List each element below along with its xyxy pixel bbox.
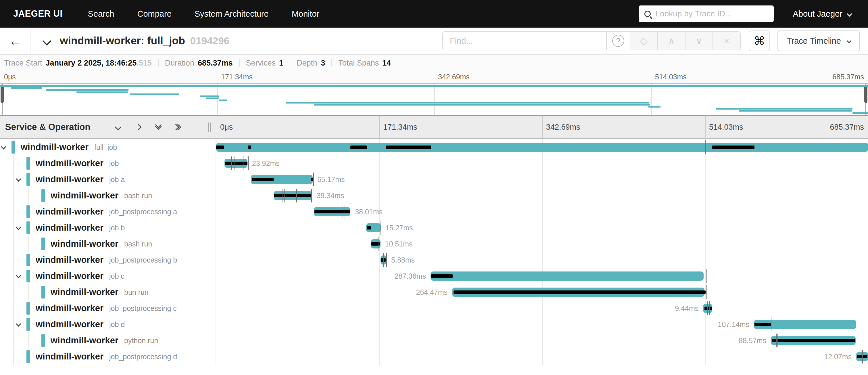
span-name-row[interactable]: windmill-workerbash run — [0, 236, 216, 252]
back-button[interactable]: ← — [0, 28, 31, 54]
minimap-gridline — [434, 84, 435, 115]
service-color-bar — [26, 254, 30, 266]
nav-item-search[interactable]: Search — [88, 9, 114, 19]
help-icon: ? — [612, 35, 624, 47]
minimap-span-bar — [206, 97, 219, 99]
span-name-row[interactable]: windmill-workerbun run — [0, 284, 216, 300]
prev-match-button[interactable]: ∧ — [658, 31, 685, 50]
trace-header-collapse-toggle[interactable] — [44, 38, 50, 46]
chevron-down-icon — [42, 36, 51, 46]
span-gantt-row[interactable]: 5.88ms — [216, 252, 868, 268]
span-gantt-row[interactable]: 65.17ms — [216, 171, 868, 188]
clear-search-button[interactable]: × — [713, 31, 741, 50]
span-tick-mark — [382, 253, 382, 267]
tick-gridline — [542, 116, 542, 138]
critical-path-segment — [216, 145, 224, 149]
timeline-headers: Service & Operation 0μs171.34ms342.69ms5… — [0, 116, 868, 139]
span-name-row[interactable]: windmill-workerjob c — [0, 268, 216, 284]
span-gantt-row[interactable]: 10.51ms — [216, 236, 868, 252]
focus-match-button[interactable]: ◇ — [630, 31, 658, 50]
trace-start-label: Trace Start — [4, 59, 42, 67]
span-collapse-toggle[interactable] — [17, 225, 21, 230]
nav-item-system-architecture[interactable]: System Architecture — [194, 9, 269, 19]
span-name-row[interactable]: windmill-workerjob_postprocessing d — [0, 349, 216, 365]
span-name-row[interactable]: windmill-workerjob — [0, 155, 216, 171]
operation-name: bash run — [124, 240, 152, 248]
find-help-button[interactable]: ? — [607, 31, 630, 50]
span-duration-label: 107.14ms — [718, 320, 749, 329]
span-name-row[interactable]: windmill-workerjob b — [0, 220, 216, 236]
span-tick-mark — [284, 189, 284, 202]
keyboard-shortcuts-button[interactable]: ⌘ — [749, 30, 770, 51]
span-gantt-row[interactable]: 264.47ms — [216, 284, 868, 300]
chevron-down-icon — [16, 321, 21, 326]
span-gantt-row[interactable]: 12.07ms — [216, 349, 868, 365]
span-name-row[interactable]: windmill-workerjob_postprocessing b — [0, 252, 216, 268]
trace-view-selector[interactable]: Trace Timeline — [777, 30, 860, 51]
depth-value: 3 — [321, 59, 325, 67]
critical-path-segment — [772, 339, 855, 342]
indent-guide — [13, 333, 14, 349]
minimap-span-bar — [219, 99, 227, 101]
minimap-left-grip[interactable] — [1, 85, 4, 103]
service-operation-header: Service & Operation — [0, 116, 216, 139]
span-gantt-row[interactable]: 39.34ms — [216, 188, 868, 204]
span-collapse-toggle[interactable] — [17, 177, 21, 182]
trace-minimap[interactable] — [0, 83, 868, 116]
span-name-row[interactable]: windmill-workerjob a — [0, 171, 216, 188]
service-color-bar — [26, 157, 30, 170]
span-gantt-row[interactable]: 88.57ms — [216, 333, 868, 349]
span-collapse-toggle[interactable] — [17, 322, 21, 327]
critical-path-segment — [367, 226, 371, 230]
find-input[interactable] — [450, 36, 599, 46]
service-color-bar — [41, 237, 45, 250]
span-collapse-toggle[interactable] — [2, 145, 5, 150]
span-name-row[interactable]: windmill-workerjob_postprocessing a — [0, 204, 216, 220]
trace-start-millis: .515 — [136, 59, 152, 67]
tick-label: 514.03ms — [655, 73, 687, 81]
expand-all-icon[interactable] — [176, 125, 180, 129]
span-duration-label: 5.88ms — [391, 256, 415, 264]
minimap-right-grip[interactable] — [864, 85, 867, 103]
span-duration-label: 23.92ms — [252, 159, 280, 168]
service-color-bar — [11, 141, 15, 153]
tick-label: 342.69ms — [438, 73, 470, 81]
span-tick-mark — [856, 317, 856, 331]
tick-label: 0μs — [4, 73, 16, 81]
span-gantt-row[interactable]: 23.92ms — [216, 155, 868, 171]
span-gantt-row[interactable]: 15.27ms — [216, 220, 868, 236]
span-gantt-row[interactable]: 287.36ms — [216, 268, 868, 284]
span-collapse-toggle[interactable] — [17, 273, 21, 279]
find-toolbar: ? ◇ ∧ ∨ × — [442, 31, 741, 50]
column-resizer[interactable] — [208, 122, 211, 132]
depth-label: Depth — [297, 59, 317, 67]
nav-item-monitor[interactable]: Monitor — [292, 9, 320, 19]
minimap-span-bar — [286, 102, 649, 104]
service-name: windmill-worker — [51, 335, 118, 346]
span-gantt-row[interactable]: 38.01ms — [216, 204, 868, 220]
find-field[interactable] — [442, 31, 607, 50]
span-gantt-row[interactable]: 9.44ms — [216, 300, 868, 316]
span-name-row[interactable]: windmill-workerpython run — [0, 333, 216, 349]
collapse-one-icon[interactable] — [115, 124, 122, 130]
trace-id-lookup-input[interactable] — [655, 9, 768, 19]
span-name-row[interactable]: windmill-workerjob d — [0, 316, 216, 333]
about-jaeger-menu[interactable]: About Jaeger — [793, 9, 851, 19]
indent-guide — [13, 220, 14, 236]
collapse-all-icon[interactable] — [156, 125, 161, 129]
span-name-row[interactable]: windmill-workerfull_job — [0, 139, 216, 155]
span-gantt-row[interactable] — [216, 139, 868, 155]
expand-one-icon[interactable] — [135, 124, 142, 130]
span-gantt-row[interactable]: 107.14ms — [216, 316, 868, 333]
span-bar[interactable] — [216, 143, 868, 152]
operation-name: job_postprocessing a — [109, 208, 177, 216]
next-match-button[interactable]: ∨ — [685, 31, 713, 50]
trace-id-lookup[interactable] — [639, 5, 774, 22]
span-bar[interactable] — [431, 271, 704, 281]
span-name-row[interactable]: windmill-workerjob_postprocessing c — [0, 300, 216, 316]
trace-title: windmill-worker: full_job — [60, 35, 185, 47]
span-tick-mark — [861, 350, 861, 364]
trace-id: 0194296 — [190, 35, 229, 47]
nav-item-compare[interactable]: Compare — [137, 9, 172, 19]
span-name-row[interactable]: windmill-workerbash run — [0, 188, 216, 204]
